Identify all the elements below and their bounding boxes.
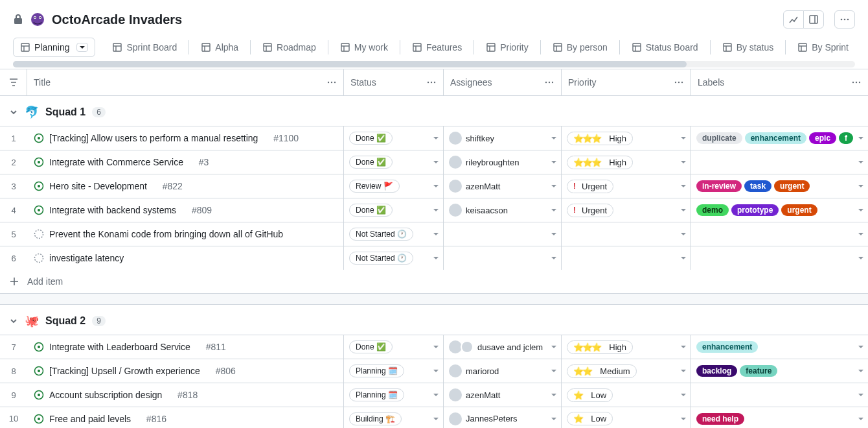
cell-title[interactable]: Free and paid levels #816 [27,407,343,428]
cell-title[interactable]: Account subscription design #818 [27,383,343,407]
label-urgent[interactable]: urgent [781,204,817,216]
column-status-menu[interactable] [426,77,437,88]
cell-dropdown[interactable] [858,344,864,350]
horizontal-scrollbar[interactable] [13,61,855,67]
cell-dropdown[interactable] [551,344,557,350]
tab-by-person[interactable]: By person [546,38,614,56]
cell-labels[interactable] [691,383,868,407]
issue-title[interactable]: investigate latency [49,253,124,263]
cell-dropdown[interactable] [433,159,439,165]
cell-status[interactable]: Review 🚩 [343,174,443,198]
cell-dropdown[interactable] [680,368,687,374]
label-enhancement[interactable]: enhancement [696,341,758,353]
cell-dropdown[interactable] [551,159,557,165]
cell-dropdown[interactable] [551,207,557,213]
cell-title[interactable]: Integrate with Leaderboard Service #811 [27,335,343,359]
cell-dropdown[interactable] [433,392,439,398]
cell-dropdown[interactable] [433,183,439,189]
cell-dropdown[interactable] [551,255,557,261]
tab-my-work[interactable]: My work [334,38,394,56]
cell-dropdown[interactable] [680,344,687,350]
cell-assignees[interactable] [443,222,561,246]
cell-dropdown[interactable] [858,368,864,374]
table-row[interactable]: 5Prevent the Konami code from bringing d… [0,222,868,246]
group-header[interactable]: 🐙Squad 29 [0,305,868,335]
cell-dropdown[interactable] [433,135,439,141]
tab-features[interactable]: Features [405,38,468,56]
cell-dropdown[interactable] [858,135,864,141]
cell-status[interactable]: Done ✅ [343,126,443,150]
label-epic[interactable]: epic [809,132,836,144]
tab-roadmap[interactable]: Roadmap [256,38,323,56]
cell-priority[interactable]: ⭐⭐⭐ High [561,335,691,359]
cell-dropdown[interactable] [680,392,687,398]
table-row[interactable]: 2Integrate with Commerce Service #3Done … [0,150,868,174]
label-demo[interactable]: demo [696,204,729,216]
issue-title[interactable]: Integrate with Commerce Service [49,157,183,167]
group-header[interactable]: 🐬Squad 16 [0,96,868,126]
cell-assignees[interactable]: keisaacson [443,198,561,222]
cell-assignees[interactable]: azenMatt [443,174,561,198]
cell-title[interactable]: Integrate with Commerce Service #3 [27,150,343,174]
label-prototype[interactable]: prototype [731,204,779,216]
more-button[interactable] [834,10,855,29]
cell-status[interactable]: Done ✅ [343,335,443,359]
issue-title[interactable]: Integrate with Leaderboard Service [49,342,190,352]
project-title[interactable]: OctoArcade Invaders [52,12,182,27]
cell-dropdown[interactable] [858,207,864,213]
cell-status[interactable]: Not Started 🕐 [343,246,443,270]
tab-priority[interactable]: Priority [479,38,535,56]
cell-title[interactable]: Prevent the Konami code from bringing do… [27,222,343,246]
cell-title[interactable]: [Tracking] Upsell / Growth experience #8… [27,359,343,383]
label-in_review[interactable]: in-review [696,180,742,192]
cell-labels[interactable]: enhancement [691,335,868,359]
cell-dropdown[interactable] [680,159,687,165]
cell-dropdown[interactable] [551,368,557,374]
cell-dropdown[interactable] [433,207,439,213]
cell-status[interactable]: Planning 🗓️ [343,359,443,383]
cell-dropdown[interactable] [680,255,687,261]
cell-status[interactable]: Done ✅ [343,150,443,174]
cell-dropdown[interactable] [680,207,687,213]
cell-dropdown[interactable] [858,183,864,189]
cell-dropdown[interactable] [858,231,864,237]
cell-assignees[interactable] [443,246,561,270]
panel-button[interactable] [803,10,824,29]
cell-dropdown[interactable] [680,231,687,237]
cell-dropdown[interactable] [433,344,439,350]
chevron-down-icon[interactable] [9,108,18,117]
cell-dropdown[interactable] [551,416,557,422]
cell-labels[interactable]: duplicateenhancementepicf [691,126,868,150]
cell-priority[interactable] [561,222,691,246]
issue-title[interactable]: Integrate with backend systems [49,205,176,215]
table-row[interactable]: 7Integrate with Leaderboard Service #811… [0,335,868,359]
cell-priority[interactable]: !Urgent [561,174,691,198]
column-assignees-menu[interactable] [544,77,554,88]
cell-dropdown[interactable] [551,231,557,237]
cell-priority[interactable]: ⭐ Low [561,383,691,407]
cell-status[interactable]: Building 🏗️ [343,407,443,428]
cell-dropdown[interactable] [858,255,864,261]
label-backlog[interactable]: backlog [696,365,737,377]
tab-planning[interactable]: Planning [13,38,95,57]
column-priority-menu[interactable] [674,77,684,88]
cell-labels[interactable]: need help [691,407,868,428]
cell-dropdown[interactable] [551,135,557,141]
issue-title[interactable]: Free and paid levels [49,414,131,424]
issue-title[interactable]: [Tracking] Upsell / Growth experience [49,366,200,376]
tab-by-status[interactable]: By status [716,38,781,56]
tab-status-board[interactable]: Status Board [625,38,705,56]
cell-dropdown[interactable] [433,255,439,261]
cell-assignees[interactable]: mariorod [443,359,561,383]
table-row[interactable]: 3Hero site - Development #822Review 🚩aze… [0,174,868,198]
label-duplicate[interactable]: duplicate [696,132,742,144]
column-priority[interactable]: Priority [561,69,691,95]
cell-labels[interactable] [691,246,868,270]
cell-title[interactable]: [Tracking] Allow users to perform a manu… [27,126,343,150]
label-enhancement[interactable]: enhancement [745,132,806,144]
issue-title[interactable]: Prevent the Konami code from bringing do… [49,229,283,239]
cell-priority[interactable]: ⭐⭐⭐ High [561,150,691,174]
filter-button[interactable] [0,69,27,95]
cell-labels[interactable] [691,150,868,174]
cell-assignees[interactable]: dusave and jclem [443,335,561,359]
